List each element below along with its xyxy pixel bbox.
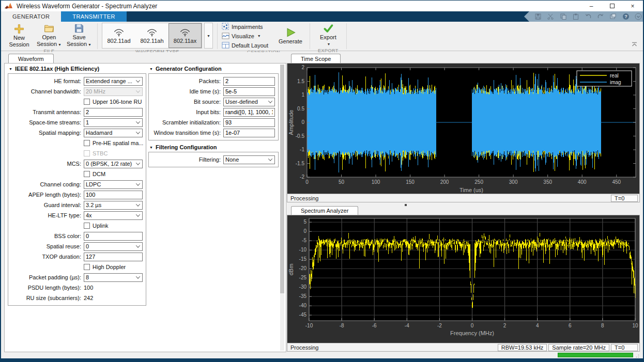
resize-grip-icon[interactable] — [635, 353, 639, 358]
field-select[interactable]: 20 MHz — [84, 87, 143, 96]
field-label: Channel bandwidth: — [11, 88, 84, 95]
tab-spectrum-analyzer[interactable]: Spectrum Analyzer — [291, 206, 358, 215]
chevron-down-icon — [136, 181, 140, 185]
ribbon-section-file: New Session Open Session▼ Save Session▼ — [1, 22, 97, 51]
checkbox[interactable] — [84, 264, 90, 270]
svg-text:0: 0 — [301, 119, 304, 125]
field-select[interactable]: 3.2 µs — [84, 201, 143, 210]
field-select[interactable]: User-defined — [223, 98, 275, 106]
field-select[interactable]: None — [223, 155, 275, 164]
new-session-button[interactable]: New Session — [5, 23, 33, 48]
svg-text:-15: -15 — [299, 256, 307, 262]
checkbox-label: Pre-HE spatial ma... — [93, 140, 143, 146]
select-value: 8 — [86, 274, 135, 280]
checkbox[interactable] — [84, 140, 90, 146]
field-label: Packets: — [152, 78, 223, 84]
tab-time-scope[interactable]: Time Scope — [291, 54, 341, 63]
field-input[interactable] — [223, 108, 275, 117]
field-select[interactable]: Hadamard — [84, 129, 143, 137]
field-select[interactable]: 4x — [84, 211, 143, 220]
button-label: Default Layout — [232, 42, 268, 49]
svg-text:1: 1 — [301, 92, 304, 98]
field-input[interactable] — [223, 77, 275, 86]
group-header-filtering-config[interactable]: ▼ Filtering Configuration — [149, 144, 279, 150]
field-label: Space-time streams: — [11, 119, 84, 125]
waveform-type-more-button[interactable]: ▼ — [204, 23, 213, 49]
field-select[interactable]: 0 (BPSK, 1/2 rate) — [84, 160, 143, 168]
waveform-type-group: 802.11ad 802.11ah 802.11ax — [102, 23, 202, 49]
field-label: Window transition time (s): — [152, 130, 223, 136]
svg-text:0.5: 0.5 — [297, 106, 304, 112]
spectrum-status-bar: Processing RBW=19.53 kHz Sample rate=20 … — [287, 343, 639, 351]
field-select[interactable]: LDPC — [84, 180, 143, 189]
field-input[interactable] — [84, 232, 143, 241]
field-label: Scrambler initialization: — [152, 119, 223, 125]
button-label: Session▼ — [67, 41, 91, 48]
svg-text:-20: -20 — [299, 265, 307, 271]
form-row: Packet padding (µs):8 — [11, 273, 143, 281]
checkbox[interactable] — [84, 223, 90, 229]
field-input[interactable] — [84, 108, 143, 117]
svg-text:2: 2 — [301, 65, 304, 70]
visualize-button[interactable]: Visualize ▼ — [222, 32, 268, 40]
open-session-button[interactable]: Open Session▼ — [35, 23, 63, 48]
wifi-icon — [113, 28, 125, 37]
checkbox[interactable] — [84, 150, 90, 156]
field-select[interactable]: Extended range ... — [84, 77, 143, 86]
more-icon[interactable] — [634, 13, 643, 21]
impairments-button[interactable]: Impairments — [222, 23, 268, 30]
form-row: Uplink — [11, 222, 143, 230]
tab-transmitter[interactable]: TRANSMITTER — [61, 11, 127, 22]
field-input[interactable] — [223, 87, 275, 96]
tab-generator[interactable]: GENERATOR — [1, 11, 61, 22]
windows-icon[interactable] — [608, 13, 618, 21]
cut-icon[interactable] — [546, 13, 555, 21]
redo-icon[interactable] — [596, 13, 605, 21]
field-select[interactable]: 8 — [84, 273, 143, 282]
impairments-icon — [222, 23, 229, 30]
tab-waveform[interactable]: Waveform — [8, 54, 54, 63]
help-icon[interactable]: ? — [621, 13, 631, 21]
group-header-generator-config[interactable]: ▼ Generator Configuration — [149, 66, 279, 72]
default-layout-button[interactable]: Default Layout — [222, 41, 268, 49]
svg-text:450: 450 — [612, 179, 621, 185]
close-button[interactable]: × — [622, 1, 643, 11]
checkbox[interactable] — [84, 99, 90, 105]
waveform-80211ah-button[interactable]: 802.11ah — [135, 23, 168, 48]
export-button[interactable]: Export ▼ — [314, 23, 342, 48]
waveform-80211ax-button[interactable]: 802.11ax — [168, 23, 202, 48]
field-input[interactable] — [223, 129, 275, 137]
paste-icon[interactable] — [571, 13, 580, 21]
select-value: 0 — [86, 243, 135, 249]
chevron-down-icon — [136, 88, 140, 92]
svg-text:10: 10 — [632, 323, 638, 328]
undo-icon[interactable] — [584, 13, 593, 21]
form-row: Scrambler initialization: — [152, 118, 275, 127]
field-select[interactable]: 0 — [84, 242, 143, 251]
field-input[interactable] — [84, 191, 143, 199]
time-readout: T=0 — [611, 344, 638, 351]
form-row: TXOP duration: — [11, 253, 143, 261]
collapse-arrow-icon: ▼ — [9, 67, 12, 71]
copy-icon[interactable] — [558, 13, 568, 21]
collapse-ribbon-button[interactable] — [631, 39, 638, 49]
field-label: BSS color: — [11, 233, 84, 239]
svg-text:-35: -35 — [299, 293, 307, 299]
scrollbar-thumb[interactable] — [280, 65, 284, 293]
svg-text:50: 50 — [339, 179, 345, 185]
save-icon[interactable] — [533, 13, 543, 21]
waveform-80211ad-button[interactable]: 802.11ad — [102, 23, 135, 48]
minimize-button[interactable]: – — [581, 1, 602, 11]
field-label: TXOP duration: — [11, 254, 84, 260]
save-session-button[interactable]: Save Session▼ — [65, 23, 93, 48]
field-select[interactable]: 1 — [84, 118, 143, 127]
group-header-ieee80211ax[interactable]: ▼ IEEE 802.11ax (High Efficiency) — [9, 66, 146, 72]
vertical-scrollbar[interactable] — [280, 65, 284, 351]
checkbox[interactable] — [84, 171, 90, 177]
field-input[interactable] — [84, 253, 143, 261]
wifi-icon — [146, 28, 158, 37]
field-input[interactable] — [223, 118, 275, 127]
maximize-button[interactable] — [602, 1, 622, 11]
generate-button[interactable]: Generate — [275, 27, 305, 45]
ribbon-tabstrip: GENERATOR TRANSMITTER ? — [1, 11, 643, 22]
